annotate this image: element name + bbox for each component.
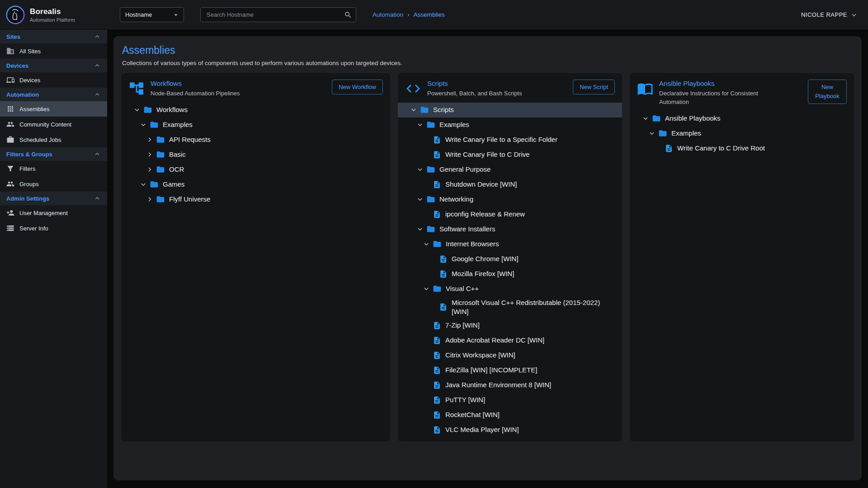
dropdown-caret-icon: [172, 11, 180, 19]
sidebar-section-sites[interactable]: Sites: [0, 30, 107, 43]
tree-item-label: ipconfig Release & Renew: [445, 208, 525, 221]
sidebar-item-label: Community Content: [19, 121, 71, 128]
sidebar-section-automation[interactable]: Automation: [0, 88, 107, 101]
chevron-down-icon[interactable]: [416, 121, 424, 129]
tree-item-label: Software Installers: [439, 223, 495, 235]
file-icon: [433, 180, 441, 189]
tree-item-rocketchat-win[interactable]: RocketChat [WIN]: [398, 408, 622, 422]
breadcrumb-automation[interactable]: Automation: [373, 11, 403, 18]
file-icon: [665, 144, 673, 153]
tree-item-workflows[interactable]: Workflows: [121, 103, 390, 117]
tree-item-general-purpose[interactable]: General Purpose: [398, 162, 622, 177]
sidebar-item-groups[interactable]: Groups: [0, 176, 107, 192]
new-playbook-button[interactable]: New Playbook: [808, 80, 847, 104]
sidebar-item-label: Devices: [19, 77, 40, 84]
user-name: NICOLE RAPPE: [801, 11, 847, 18]
tree-item-write-canary-file-to-a-specific-folder[interactable]: Write Canary File to a Specific Folder: [398, 132, 622, 147]
folder-icon: [426, 165, 435, 174]
tree-item-basic[interactable]: Basic: [121, 147, 390, 162]
tree-item-ocr[interactable]: OCR: [121, 162, 390, 177]
tree-item-7-zip-win[interactable]: 7-Zip [WIN]: [398, 318, 622, 333]
page-subtitle: Collections of various types of componen…: [122, 60, 854, 66]
brand-name: Borealis: [30, 7, 75, 16]
tree-item-networking[interactable]: Networking: [398, 192, 622, 207]
tree-item-microsoft-visual-c-redistributable-2015-2022-win[interactable]: Microsoft Visual C++ Redistributable (20…: [398, 296, 622, 318]
tree-item-examples[interactable]: Examples: [398, 117, 622, 132]
chevron-down-icon[interactable]: [133, 106, 141, 114]
sidebar-item-community-content[interactable]: Community Content: [0, 117, 107, 132]
folder-icon: [433, 239, 442, 249]
chevron-right-icon[interactable]: [146, 136, 154, 144]
tree-item-api-requests[interactable]: API Requests: [121, 132, 390, 147]
sidebar-section-admin-settings[interactable]: Admin Settings: [0, 192, 107, 205]
user-menu[interactable]: NICOLE RAPPE: [801, 11, 858, 19]
tree-item-ansible-playbooks[interactable]: Ansible Playbooks: [630, 111, 854, 126]
tree-item-citrix-workspace-win[interactable]: Citrix Workspace [WIN]: [398, 348, 622, 363]
chevron-down-icon[interactable]: [422, 285, 430, 293]
chevron-down-icon[interactable]: [410, 106, 418, 114]
sidebar-section-filters-groups[interactable]: Filters & Groups: [0, 147, 107, 161]
new-workflow-button[interactable]: New Workflow: [332, 80, 383, 94]
sidebar-item-server-info[interactable]: Server Info: [0, 221, 107, 236]
chevron-down-icon[interactable]: [416, 225, 424, 233]
tree-item-label: Shutdown Device [WIN]: [445, 178, 517, 191]
sidebar-item-user-management[interactable]: User Management: [0, 205, 107, 221]
sidebar-item-filters[interactable]: Filters: [0, 161, 107, 176]
sidebar-item-all-sites[interactable]: All Sites: [0, 43, 107, 59]
chevron-down-icon[interactable]: [416, 195, 424, 203]
new-script-button[interactable]: New Script: [573, 80, 615, 94]
chevron-up-icon: [94, 62, 101, 69]
tree-item-google-chrome-win[interactable]: Google Chrome [WIN]: [398, 252, 622, 267]
search-hostname-box: [200, 7, 356, 22]
brand-subtitle: Automation Platform: [30, 17, 75, 23]
chevron-down-icon[interactable]: [416, 165, 424, 174]
tree-item-filezilla-win-incomplete[interactable]: FileZilla [WIN] [INCOMPLETE]: [398, 363, 622, 378]
tree-item-games[interactable]: Games: [121, 177, 390, 192]
tree-item-adobe-acrobat-reader-dc-win[interactable]: Adobe Acrobat Reader DC [WIN]: [398, 333, 622, 348]
sidebar-item-assemblies[interactable]: Assemblies: [0, 101, 107, 117]
tree-item-write-canary-to-c-drive-root[interactable]: Write Canary to C Drive Root: [630, 141, 854, 156]
tree-item-label: FileZilla [WIN] [INCOMPLETE]: [445, 364, 537, 376]
chevron-down-icon[interactable]: [139, 121, 147, 129]
tree-item-label: Microsoft Visual C++ Redistributable (20…: [452, 296, 616, 318]
sidebar-item-devices[interactable]: Devices: [0, 72, 107, 88]
tree-item-label: Adobe Acrobat Reader DC [WIN]: [445, 334, 544, 347]
tree-item-internet-browsers[interactable]: Internet Browsers: [398, 237, 622, 252]
brand[interactable]: Borealis Automation Platform: [0, 5, 107, 25]
breadcrumb-assemblies[interactable]: Assemblies: [414, 11, 445, 18]
folder-icon: [426, 195, 435, 204]
chevron-down-icon[interactable]: [139, 180, 147, 188]
chevron-right-icon[interactable]: [146, 150, 154, 159]
tree-item-examples[interactable]: Examples: [630, 126, 854, 141]
sidebar-item-scheduled-jobs[interactable]: Scheduled Jobs: [0, 132, 107, 147]
search-icon[interactable]: [344, 11, 352, 19]
tree-item-flyff-universe[interactable]: Flyff Universe: [121, 192, 390, 207]
tree-item-examples[interactable]: Examples: [121, 117, 390, 132]
chevron-right-icon[interactable]: [146, 165, 154, 174]
breadcrumb-separator: ›: [407, 11, 410, 18]
tree-item-label: RocketChat [WIN]: [445, 408, 500, 421]
tree-item-write-canary-file-to-c-drive[interactable]: Write Canary File to C Drive: [398, 147, 622, 162]
tree-item-mozilla-firefox-win[interactable]: Mozilla Firefox [WIN]: [398, 267, 622, 282]
tree-item-putty-win[interactable]: PuTTY [WIN]: [398, 393, 622, 408]
tree-item-visual-c[interactable]: Visual C++: [398, 282, 622, 296]
tree-item-scripts[interactable]: Scripts: [398, 103, 622, 117]
card-subtitle: Declarative Instructions for Consistent …: [659, 89, 765, 107]
sidebar-section-devices[interactable]: Devices: [0, 59, 107, 72]
chevron-right-icon[interactable]: [146, 195, 154, 203]
tree-item-ipconfig-release-renew[interactable]: ipconfig Release & Renew: [398, 207, 622, 222]
file-icon: [433, 366, 441, 375]
sidebar-section-label: Automation: [6, 91, 39, 98]
search-input[interactable]: [206, 11, 344, 19]
tree-item-java-runtime-environment-8-win[interactable]: Java Runtime Environment 8 [WIN]: [398, 378, 622, 393]
chevron-down-icon[interactable]: [422, 240, 430, 248]
chevron-down-icon[interactable]: [648, 129, 656, 137]
hostname-dropdown[interactable]: Hostname: [120, 7, 184, 22]
tree-item-software-installers[interactable]: Software Installers: [398, 222, 622, 237]
workflows-card: Workflows Node-Based Automation Pipeline…: [121, 73, 390, 441]
sidebar-section-label: Admin Settings: [6, 195, 49, 202]
tree-item-shutdown-device-win[interactable]: Shutdown Device [WIN]: [398, 177, 622, 192]
scripts-card-header: Scripts Powershell, Batch, and Bash Scri…: [398, 80, 622, 98]
chevron-down-icon[interactable]: [642, 114, 650, 122]
tree-item-vlc-media-player-win[interactable]: VLC Media Player [WIN]: [398, 422, 622, 437]
